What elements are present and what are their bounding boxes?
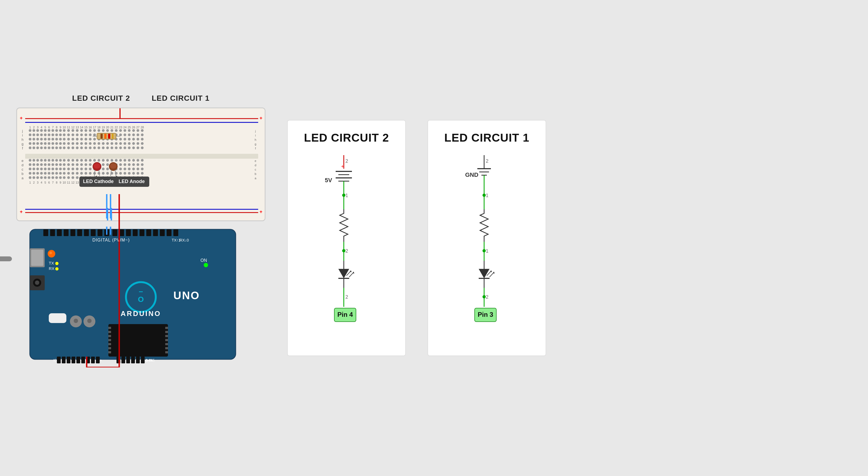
svg-point-107 xyxy=(44,138,46,140)
svg-rect-479 xyxy=(96,357,100,363)
svg-rect-359 xyxy=(108,134,110,139)
svg-point-161 xyxy=(36,147,39,149)
svg-text:5V: 5V xyxy=(325,177,332,184)
svg-point-190 xyxy=(36,159,39,162)
svg-point-204 xyxy=(93,159,96,162)
svg-point-158 xyxy=(141,142,144,145)
svg-point-134 xyxy=(40,142,43,145)
svg-point-290 xyxy=(102,172,104,174)
svg-point-216 xyxy=(29,163,31,166)
main-container: LED CIRCUIT 2 LED CIRCUIT 1 ⎇ xyxy=(0,0,868,476)
svg-rect-471 xyxy=(57,357,61,363)
svg-point-77 xyxy=(36,133,39,136)
svg-point-307 xyxy=(55,176,58,179)
svg-point-273 xyxy=(32,172,35,174)
svg-text:g: g xyxy=(255,142,256,146)
svg-point-80 xyxy=(48,133,51,136)
svg-text:13: 13 xyxy=(75,126,79,129)
svg-point-100 xyxy=(132,133,135,136)
svg-point-253 xyxy=(63,168,66,170)
svg-point-63 xyxy=(93,129,96,132)
svg-point-217 xyxy=(32,163,35,166)
svg-text:2: 2 xyxy=(486,158,489,164)
svg-rect-414 xyxy=(140,229,145,236)
svg-rect-411 xyxy=(119,229,124,236)
svg-point-178 xyxy=(106,147,109,149)
svg-point-109 xyxy=(52,138,54,140)
svg-point-67 xyxy=(111,129,113,132)
svg-point-186 xyxy=(141,147,144,149)
svg-point-148 xyxy=(97,142,100,145)
svg-text:GND: GND xyxy=(465,171,478,178)
svg-text:22: 22 xyxy=(115,126,118,129)
svg-point-279 xyxy=(55,172,58,174)
svg-point-271 xyxy=(141,168,144,170)
svg-point-195 xyxy=(55,159,58,162)
svg-point-175 xyxy=(93,147,96,149)
svg-point-86 xyxy=(71,133,74,136)
svg-point-141 xyxy=(67,142,70,145)
svg-point-106 xyxy=(40,138,43,140)
svg-text:1: 1 xyxy=(486,248,489,254)
svg-text:11: 11 xyxy=(67,181,70,184)
svg-point-142 xyxy=(71,142,74,145)
svg-point-250 xyxy=(52,168,54,170)
svg-rect-413 xyxy=(133,229,137,236)
svg-point-426 xyxy=(55,262,59,265)
svg-point-84 xyxy=(63,133,66,136)
svg-point-182 xyxy=(124,147,126,149)
svg-point-117 xyxy=(85,138,87,140)
circuit1-diagram: LED CIRCUIT 1 2 GND 1 xyxy=(428,120,546,356)
svg-text:2: 2 xyxy=(345,248,348,254)
svg-point-60 xyxy=(80,129,83,132)
svg-point-191 xyxy=(40,159,43,162)
svg-text:h: h xyxy=(255,138,256,141)
svg-point-295 xyxy=(124,172,126,174)
svg-point-239 xyxy=(124,163,126,166)
svg-text:ARDUINO: ARDUINO xyxy=(121,310,161,318)
svg-point-50 xyxy=(40,129,43,132)
svg-point-156 xyxy=(132,142,135,145)
svg-point-306 xyxy=(52,176,54,179)
svg-text:14: 14 xyxy=(80,126,83,129)
svg-marker-509 xyxy=(350,270,352,272)
svg-rect-446 xyxy=(108,343,111,345)
circuit1-bb-label: LED CIRCUIT 1 xyxy=(152,94,210,103)
svg-point-159 xyxy=(29,147,31,149)
svg-point-88 xyxy=(80,133,83,136)
svg-point-220 xyxy=(44,163,46,166)
svg-point-304 xyxy=(44,176,46,179)
svg-point-275 xyxy=(40,172,43,174)
svg-point-110 xyxy=(55,138,58,140)
svg-point-189 xyxy=(32,159,35,162)
svg-point-213 xyxy=(132,159,135,162)
svg-point-68 xyxy=(115,129,118,132)
svg-text:2: 2 xyxy=(345,158,348,164)
svg-point-163 xyxy=(44,147,46,149)
svg-point-184 xyxy=(132,147,135,149)
usb-cable: ⎇ xyxy=(0,248,12,269)
svg-point-91 xyxy=(93,133,96,136)
svg-point-202 xyxy=(85,159,87,162)
svg-rect-410 xyxy=(113,229,117,236)
svg-text:b: b xyxy=(22,172,23,176)
svg-text:6: 6 xyxy=(48,126,50,129)
svg-point-257 xyxy=(80,168,83,170)
svg-point-504 xyxy=(342,249,345,252)
svg-point-255 xyxy=(71,168,74,170)
svg-point-180 xyxy=(115,147,118,149)
svg-text:LED Anode: LED Anode xyxy=(119,179,145,184)
svg-point-105 xyxy=(36,138,39,140)
svg-text:8: 8 xyxy=(56,181,57,184)
svg-point-228 xyxy=(76,163,79,166)
svg-text:2: 2 xyxy=(33,181,35,184)
svg-point-219 xyxy=(40,163,43,166)
svg-rect-441 xyxy=(108,324,168,357)
svg-point-218 xyxy=(36,163,39,166)
svg-point-69 xyxy=(119,129,122,132)
svg-point-70 xyxy=(124,129,126,132)
svg-point-289 xyxy=(97,172,100,174)
svg-point-113 xyxy=(67,138,70,140)
svg-point-227 xyxy=(71,163,74,166)
svg-point-173 xyxy=(85,147,87,149)
